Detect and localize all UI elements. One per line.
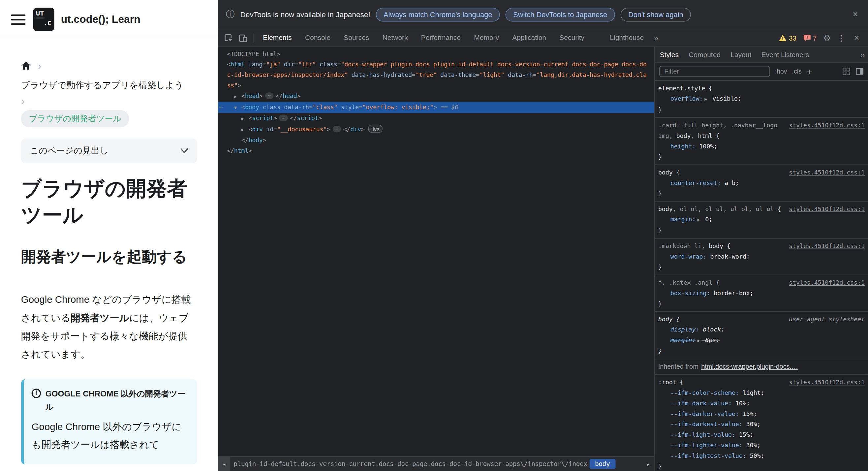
switch-japanese-button[interactable]: Switch DevTools to Japanese [505,8,615,22]
stylesheet-link[interactable]: styles.4510f12d.css:1 [789,277,865,288]
tab-elements[interactable]: Elements [256,29,299,46]
crumb-selected-body[interactable]: body [589,459,615,469]
tab-network[interactable]: Network [376,29,414,46]
crumb-scroll-left-icon[interactable]: ◂ [218,457,230,471]
shorthand-expand-icon[interactable]: ▶ [705,97,707,102]
breadcrumb: › [21,61,197,71]
toc-toggle[interactable]: このページの見出し [21,138,197,164]
css-property[interactable]: --ifm-darkest-value: 30%; [658,419,865,430]
flex-badge[interactable]: flex [368,125,383,133]
stylesheet-link[interactable]: styles.4510f12d.css:1 [789,377,865,387]
tab-lighthouse[interactable]: Lighthouse [603,29,650,46]
css-property[interactable]: --ifm-lighter-value: 30%; [658,440,865,450]
match-language-button[interactable]: Always match Chrome's language [376,8,500,22]
issues-counter[interactable]: 7 [803,34,816,41]
docs-page: UT .C ut.code(); Learn › ブラウザで動作するアプリを構築… [0,0,218,471]
css-property[interactable]: --ifm-color-scheme: light; [658,387,865,398]
rule-selector[interactable]: body { [658,314,784,324]
css-property[interactable]: margin:▶ 0; [658,214,865,226]
tab-security[interactable]: Security [553,29,591,46]
dom-token: > [327,126,331,133]
css-property[interactable]: --ifm-darker-value: 15%; [658,409,865,419]
rule-selector[interactable]: .markdown li, body { [658,241,784,251]
rule-selector[interactable]: body, ol ol, ol ul, ul ol, ul ul { [658,204,784,214]
hamburger-menu-icon[interactable] [11,14,26,25]
expand-inline-icon[interactable]: ⋯ [333,126,341,132]
inspect-element-icon[interactable] [221,31,236,45]
logo-text-bottom: .C [36,20,52,27]
rule-selector[interactable]: .card--full-height, .navbar__logo img, b… [658,120,784,141]
expand-twisty-icon[interactable]: ▶ [241,114,249,124]
kebab-menu-icon[interactable]: ⋮ [837,34,845,42]
dom-tree-line[interactable]: ▶<head>⋯</head> [218,91,654,102]
toggle-hover-state-button[interactable]: :hov [775,68,787,74]
dom-tree-line[interactable]: </body> [218,135,654,146]
exclamation-circle-icon: ! [32,388,41,398]
tab-application[interactable]: Application [505,29,553,46]
breadcrumb-section[interactable]: ブラウザで動作するアプリを構築しよう [21,80,197,91]
tab-performance[interactable]: Performance [414,29,467,46]
expand-inline-icon[interactable]: ⋯ [265,92,273,99]
settings-gear-icon[interactable]: ⚙ [823,33,831,43]
sidebar-tab-event-listeners[interactable]: Event Listeners [756,47,814,62]
shorthand-expand-icon[interactable]: ▶ [697,338,700,343]
dom-tree-line[interactable]: <html lang="ja" dir="ltr" class="docs-wr… [218,59,654,91]
css-property[interactable]: --ifm-lightest-value: 50%; [658,450,865,461]
grid-overlay-icon[interactable] [843,68,850,75]
warnings-counter[interactable]: 33 [779,34,797,41]
styles-filter-input[interactable] [659,66,770,77]
dom-tree-line[interactable]: <!DOCTYPE html> [218,49,654,59]
devtools-close-icon[interactable]: × [852,33,861,43]
sidebar-tab-styles[interactable]: Styles [655,47,684,62]
shorthand-expand-icon[interactable]: ▶ [697,218,700,223]
sidebar-tab-computed[interactable]: Computed [684,47,725,62]
device-toolbar-icon[interactable] [236,31,250,45]
breadcrumb-current: ブラウザの開発者ツール [21,110,129,127]
rule-selector[interactable]: body { [658,167,784,178]
expand-twisty-icon[interactable]: ▶ [241,125,249,135]
dom-tree-line[interactable]: ▶<script>⋯</script> [218,113,654,124]
more-tabs-icon[interactable]: » [650,33,661,43]
css-property[interactable]: height: 100%; [658,141,865,152]
rule-selector[interactable]: :root { [658,377,784,387]
tab-console[interactable]: Console [299,29,337,46]
tab-sources[interactable]: Sources [337,29,376,46]
css-property[interactable]: --ifm-light-value: 15%; [658,430,865,440]
dom-tree-line[interactable]: </html> [218,146,654,156]
site-logo[interactable]: UT .C [33,8,54,31]
expand-twisty-icon[interactable]: ▶ [234,91,241,102]
inherited-node-link[interactable]: html.docs-wrapper.plugin-docs.… [701,363,798,370]
dom-token: data-theme [437,71,476,79]
sidebar-more-tabs-icon[interactable]: » [857,50,868,59]
css-property[interactable]: display: block; [658,324,865,335]
crumb-path[interactable]: plugin-id-default.docs-version-current.d… [234,460,587,468]
css-property[interactable]: --ifm-dark-value: 10%; [658,398,865,409]
css-property[interactable]: word-wrap: break-word; [658,251,865,262]
stylesheet-link[interactable]: styles.4510f12d.css:1 [789,167,865,178]
computed-sidebar-toggle-icon[interactable] [856,68,864,75]
toggle-element-classes-button[interactable]: .cls [792,68,802,74]
infobar-close-icon[interactable]: × [850,9,860,20]
stylesheet-link[interactable]: styles.4510f12d.css:1 [789,241,865,251]
css-property[interactable]: counter-reset: a b; [658,178,865,188]
css-property[interactable]: margin:▶ 8px; [658,335,865,346]
site-title[interactable]: ut.code(); Learn [61,13,141,25]
stylesheet-link[interactable]: styles.4510f12d.css:1 [789,120,865,131]
expand-inline-icon[interactable]: ⋯ [279,115,288,121]
rule-selector[interactable]: element.style { [658,83,865,94]
sidebar-tab-layout[interactable]: Layout [725,47,756,62]
collapse-twisty-icon[interactable]: ▼ [234,102,241,113]
dom-tree-line[interactable]: ▶<div id="__docusaurus">⋯</div>flex [218,124,654,135]
css-property[interactable]: overflow:▶ visible; [658,94,865,105]
new-style-rule-icon[interactable]: + [807,67,812,76]
tab-memory[interactable]: Memory [467,29,505,46]
dom-token: data-rh [281,103,309,111]
rule-selector[interactable]: *, .katex .angl { [658,277,784,288]
dont-show-again-button[interactable]: Don't show again [620,8,691,22]
stylesheet-link[interactable]: styles.4510f12d.css:1 [789,204,865,214]
dom-tree-line[interactable]: ⋯▼<body class data-rh="class" style="ove… [218,102,654,113]
css-property[interactable]: box-sizing: border-box; [658,288,865,299]
dom-token: </ [276,92,283,100]
home-icon[interactable] [21,61,31,71]
crumb-scroll-right-icon[interactable]: ▸ [642,457,654,471]
